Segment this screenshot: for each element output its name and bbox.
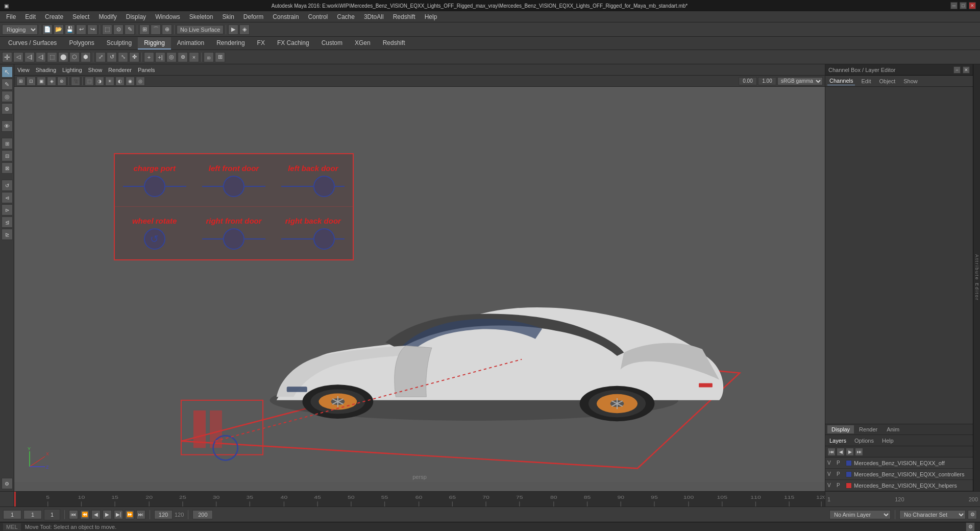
vp-icon2[interactable]: ⊡ <box>27 77 36 86</box>
timeline-ruler[interactable]: 5 10 15 20 25 30 35 40 45 50 55 60 65 70… <box>14 492 825 506</box>
menu-windows[interactable]: Windows <box>151 12 184 21</box>
range-end-input[interactable] <box>192 510 213 519</box>
vp-menu-show[interactable]: Show <box>88 67 103 73</box>
redo-button[interactable]: ↪ <box>87 25 97 35</box>
layer-item-helpers[interactable]: V P Mercedes_Benz_VISION_EQXX_helpers <box>825 480 973 491</box>
paint-button[interactable]: ⬡ <box>69 52 80 62</box>
menu-modify[interactable]: Modify <box>94 12 120 21</box>
snap3-button[interactable]: ◎ <box>166 52 177 62</box>
start-frame-input[interactable]: 1 <box>3 510 21 519</box>
vp-shadows-icon[interactable]: ◐ <box>115 77 125 86</box>
tab-sculpting[interactable]: Sculpting <box>101 37 138 50</box>
menu-edit[interactable]: Edit <box>21 12 40 21</box>
gamma-x-input[interactable]: 0.00 <box>739 77 757 85</box>
anim-tool4[interactable]: ⊵ <box>2 229 13 240</box>
current-frame-input[interactable]: 1 <box>23 510 42 519</box>
box-select-button[interactable]: ⬚ <box>47 52 57 62</box>
play-next-frame-button[interactable]: ▶| <box>114 510 123 519</box>
tab-fx-caching[interactable]: FX Caching <box>271 37 315 50</box>
rotate-layer-tool[interactable]: ↺ <box>2 180 13 191</box>
close-button[interactable]: ✕ <box>969 2 976 9</box>
char-set-options-button[interactable]: ⚙ <box>968 510 977 519</box>
workspace-dropdown[interactable]: Rigging <box>2 25 38 35</box>
tab-rendering[interactable]: Rendering <box>210 37 251 50</box>
dst-options[interactable]: Options <box>852 437 876 445</box>
vp-icon5[interactable]: ⊗ <box>57 77 66 86</box>
layer-back-button[interactable]: ⏮ <box>827 448 836 456</box>
paint-tool-button[interactable]: ✎ <box>125 25 135 35</box>
menu-skin[interactable]: Skin <box>218 12 238 21</box>
rtab-show[interactable]: Show <box>901 77 920 85</box>
vp-ao-icon[interactable]: ◉ <box>126 77 135 86</box>
rtab-edit[interactable]: Edit <box>859 77 873 85</box>
menu-skeleton[interactable]: Skeleton <box>185 12 217 21</box>
play-prev-frame-button[interactable]: ◀ <box>91 510 101 519</box>
menu-deform[interactable]: Deform <box>239 12 267 21</box>
frame-end-input[interactable]: 120 <box>154 510 173 519</box>
menu-display[interactable]: Display <box>122 12 150 21</box>
play-end-button[interactable]: ⏭ <box>136 510 145 519</box>
menu-file[interactable]: File <box>2 12 20 21</box>
save-file-button[interactable]: 💾 <box>65 25 75 35</box>
tab-custom[interactable]: Custom <box>315 37 349 50</box>
tab-fx[interactable]: FX <box>251 37 271 50</box>
dst-layers[interactable]: Layers <box>827 437 848 445</box>
vp-menu-view[interactable]: View <box>17 67 30 73</box>
rtab-object[interactable]: Object <box>877 77 897 85</box>
layer-tool1[interactable]: ⊞ <box>2 138 13 149</box>
paint-select-button[interactable]: ◁| <box>36 52 46 62</box>
anim-tool1[interactable]: ⊲ <box>2 192 13 203</box>
snap4-button[interactable]: ⊕ <box>178 52 188 62</box>
lasso-select-button[interactable]: ⬤ <box>58 52 68 62</box>
tab-animation[interactable]: Animation <box>171 37 210 50</box>
undo-button[interactable]: ↩ <box>76 25 86 35</box>
brush-button[interactable]: ⬢ <box>81 52 91 62</box>
layer-tool3[interactable]: ⊠ <box>2 162 13 174</box>
vp-menu-lighting[interactable]: Lighting <box>62 67 82 73</box>
menu-constrain[interactable]: Constrain <box>268 12 303 21</box>
snap-button[interactable]: + <box>144 52 154 62</box>
tab-redshift[interactable]: Redshift <box>377 37 411 50</box>
ipr-button[interactable]: ◈ <box>239 25 250 35</box>
vp-display-icon[interactable]: ⬚ <box>85 77 94 86</box>
show-tool[interactable]: 👁 <box>2 120 13 132</box>
menu-redshift[interactable]: Redshift <box>389 12 420 21</box>
open-file-button[interactable]: 📂 <box>54 25 64 35</box>
new-file-button[interactable]: 📄 <box>42 25 53 35</box>
vp-icon4[interactable]: ◈ <box>47 77 56 86</box>
vp-icon3[interactable]: ▣ <box>37 77 46 86</box>
minimize-button[interactable]: ─ <box>950 2 958 9</box>
lasso-tool-button[interactable]: ⊙ <box>113 25 124 35</box>
timeline[interactable]: 5 10 15 20 25 30 35 40 45 50 55 60 65 70… <box>0 491 980 506</box>
move-tool-button[interactable]: ✛ <box>2 52 12 62</box>
anim-layer-dropdown[interactable]: No Anim Layer <box>829 510 891 519</box>
menu-control[interactable]: Control <box>304 12 332 21</box>
layer-item-controllers[interactable]: V P Mercedes_Benz_VISION_EQXX_controller… <box>825 469 973 480</box>
joint-tool[interactable]: ⊕ <box>2 103 13 114</box>
tab-xgen[interactable]: XGen <box>349 37 377 50</box>
select-tool[interactable]: ↖ <box>2 66 13 78</box>
select-component-button[interactable]: ◁| <box>24 52 35 62</box>
vp-menu-panels[interactable]: Panels <box>138 67 155 73</box>
vp-aa-icon[interactable]: ◎ <box>136 77 145 86</box>
tab-rigging[interactable]: Rigging <box>138 37 171 50</box>
vp-shading-icon[interactable]: ◑ <box>95 77 104 86</box>
menu-3dtoall[interactable]: 3DtoAll <box>360 12 388 21</box>
soft-select-button[interactable]: ⎄ <box>204 52 214 62</box>
maximize-button[interactable]: □ <box>960 2 967 9</box>
settings-tool[interactable]: ⚙ <box>2 478 13 489</box>
scale-button[interactable]: ⤡ <box>118 52 128 62</box>
snap-curve-button[interactable]: ⌒ <box>151 25 161 35</box>
play-prev-button[interactable]: ⏪ <box>80 510 89 519</box>
menu-cache[interactable]: Cache <box>333 12 359 21</box>
char-set-dropdown[interactable]: No Character Set <box>899 510 966 519</box>
rotate-button[interactable]: ↺ <box>107 52 117 62</box>
select-tool-button[interactable]: ⬚ <box>102 25 112 35</box>
menu-select[interactable]: Select <box>68 12 93 21</box>
status-right-button[interactable]: ⚙ <box>966 522 975 532</box>
snap-grid-button[interactable]: ⊞ <box>139 25 150 35</box>
dtab-anim[interactable]: Anim <box>883 425 903 433</box>
render-button[interactable]: ▶ <box>228 25 238 35</box>
frame-display[interactable] <box>45 510 59 519</box>
paint-skin-tool[interactable]: ✎ <box>2 79 13 90</box>
